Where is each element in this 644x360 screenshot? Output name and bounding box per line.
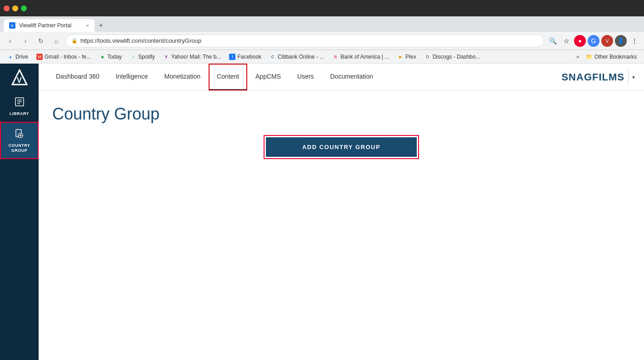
sidebar-item-library-label: LIBRARY — [10, 111, 29, 116]
nav-intelligence[interactable]: Intelligence — [108, 64, 156, 90]
traffic-lights — [4, 5, 27, 11]
sidebar-item-country-group-label: COUNTRY GROUP — [3, 143, 36, 153]
address-bar[interactable]: 🔒 https://tools.viewlift.com/content/cou… — [65, 35, 544, 47]
sidebar-item-country-group[interactable]: COUNTRY GROUP — [0, 122, 39, 160]
svg-text:V: V — [17, 76, 22, 84]
viewlift-logo: V — [11, 69, 28, 85]
new-tab-button[interactable]: + — [95, 19, 107, 32]
sidebar: V LIBRARY — [0, 64, 39, 360]
tab-title: Viewlift Partner Portal — [19, 22, 71, 29]
address-bar-row: ‹ › ↻ ⌂ 🔒 https://tools.viewlift.com/con… — [0, 32, 644, 50]
facebook-icon: f — [229, 54, 235, 60]
bookmark-today[interactable]: ◆ Today — [95, 53, 125, 61]
folder-icon: 📁 — [586, 54, 593, 60]
brand-dropdown-arrow[interactable]: ▾ — [632, 74, 635, 80]
tab-bar: V Viewlift Partner Portal × + — [0, 16, 644, 32]
bookmark-facebook-label: Facebook — [237, 54, 261, 60]
bookmark-bofa-label: Bank of America | ... — [340, 54, 389, 60]
menu-icon[interactable]: ⋮ — [629, 35, 640, 47]
nav-appcms[interactable]: AppCMS — [247, 64, 289, 90]
page-body: Country Group ADD COUNTRY GROUP — [39, 91, 644, 360]
bookmark-yahoo[interactable]: Y Yahoo! Mail: The b... — [160, 53, 225, 61]
library-icon — [14, 96, 25, 110]
bookmarks-bar: ▲ Drive M Gmail - Inbox - fe... ◆ Today … — [0, 50, 644, 64]
extension-icon-red[interactable]: ● — [574, 35, 586, 47]
country-group-icon — [14, 128, 25, 141]
home-button[interactable]: ⌂ — [50, 35, 63, 47]
snagfilms-logo-text: SNAGFILMS — [561, 71, 624, 83]
gmail-icon: M — [36, 54, 43, 60]
main-content: Dashboard 360 Intelligence Monetization … — [39, 64, 644, 360]
browser-chrome: V Viewlift Partner Portal × + ‹ › ↻ ⌂ 🔒 … — [0, 0, 644, 64]
refresh-button[interactable]: ↻ — [35, 35, 47, 47]
tab-close-button[interactable]: × — [86, 23, 89, 28]
nav-dashboard360[interactable]: Dashboard 360 — [48, 64, 108, 90]
bookmark-bofa[interactable]: B Bank of America | ... — [329, 53, 393, 61]
maximize-traffic-light[interactable] — [21, 5, 27, 11]
bookmark-star-icon[interactable]: ☆ — [560, 35, 572, 47]
add-country-group-wrapper: ADD COUNTRY GROUP — [52, 137, 630, 157]
bookmark-yahoo-label: Yahoo! Mail: The b... — [171, 54, 221, 60]
citibank-icon: C — [270, 54, 276, 60]
sidebar-logo: V — [0, 64, 39, 91]
yahoo-icon: Y — [163, 54, 170, 60]
plex-icon: ▶ — [397, 54, 404, 60]
extension-icon-blue[interactable]: G — [588, 35, 599, 47]
bookmark-today-label: Today — [107, 54, 122, 60]
bookmark-spotify-label: Spotify — [138, 54, 155, 60]
add-country-group-button[interactable]: ADD COUNTRY GROUP — [266, 137, 417, 157]
browser-icons: 🔍 ☆ ● G V 👤 ⋮ — [547, 35, 640, 47]
bookmark-spotify[interactable]: ♫ Spotify — [126, 53, 159, 61]
forward-button[interactable]: › — [19, 35, 32, 47]
lock-icon: 🔒 — [71, 38, 78, 44]
nav-links: Dashboard 360 Intelligence Monetization … — [48, 64, 381, 90]
brand-logo: SNAGFILMS ▾ — [561, 70, 635, 84]
bookmark-plex[interactable]: ▶ Plex — [394, 53, 419, 61]
bookmark-plex-label: Plex — [405, 54, 416, 60]
other-bookmarks[interactable]: 📁 Other Bookmarks — [582, 53, 640, 61]
search-icon[interactable]: 🔍 — [547, 35, 559, 47]
bookmark-discogs-label: Discogs - Dashbo... — [433, 54, 480, 60]
extension-icon-dark[interactable]: V — [601, 35, 613, 47]
nav-documentation[interactable]: Documentation — [322, 64, 381, 90]
active-tab[interactable]: V Viewlift Partner Portal × — [4, 19, 95, 32]
today-icon: ◆ — [99, 54, 105, 60]
url-text: https://tools.viewlift.com/content/count… — [80, 37, 201, 44]
bookmark-drive-label: Drive — [15, 54, 28, 60]
drive-icon: ▲ — [7, 54, 14, 60]
brand-divider — [628, 70, 629, 84]
nav-users[interactable]: Users — [289, 64, 322, 90]
spotify-icon: ♫ — [130, 54, 136, 60]
page-title: Country Group — [52, 105, 630, 124]
other-bookmarks-label: Other Bookmarks — [594, 54, 637, 60]
bookmark-citibank[interactable]: C Citibank Online - ... — [266, 53, 328, 61]
profile-icon[interactable]: 👤 — [615, 35, 627, 47]
minimize-traffic-light[interactable] — [12, 5, 18, 11]
bofa-icon: B — [332, 54, 339, 60]
title-bar — [0, 0, 644, 16]
bookmark-gmail[interactable]: M Gmail - Inbox - fe... — [33, 53, 95, 61]
tab-favicon: V — [9, 22, 15, 29]
bookmark-discogs[interactable]: D Discogs - Dashbo... — [421, 53, 484, 61]
nav-monetization[interactable]: Monetization — [156, 64, 209, 90]
bookmark-gmail-label: Gmail - Inbox - fe... — [45, 54, 91, 60]
app-container: V LIBRARY — [0, 64, 644, 360]
more-bookmarks[interactable]: » — [576, 54, 579, 60]
close-traffic-light[interactable] — [4, 5, 10, 11]
sidebar-item-library[interactable]: LIBRARY — [0, 91, 39, 122]
bookmark-facebook[interactable]: f Facebook — [225, 53, 265, 61]
discogs-icon: D — [424, 54, 431, 60]
top-nav: Dashboard 360 Intelligence Monetization … — [39, 64, 644, 91]
back-button[interactable]: ‹ — [4, 35, 16, 47]
nav-content[interactable]: Content — [209, 64, 247, 90]
bookmark-drive[interactable]: ▲ Drive — [4, 53, 32, 61]
bookmark-citibank-label: Citibank Online - ... — [278, 54, 324, 60]
